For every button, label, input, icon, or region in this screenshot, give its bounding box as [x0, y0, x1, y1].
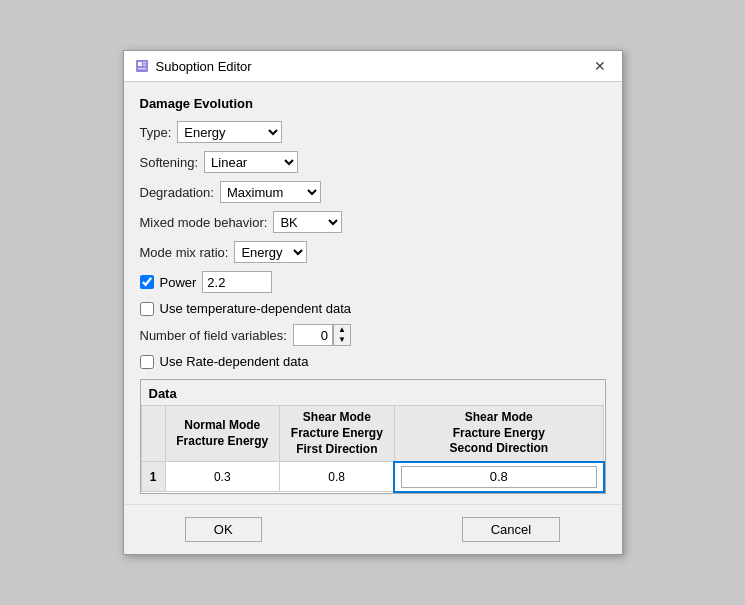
temp-dependent-row: Use temperature-dependent data	[140, 301, 606, 316]
svg-rect-4	[138, 68, 146, 69]
power-label[interactable]: Power	[160, 275, 197, 290]
dialog-title: Suboption Editor	[156, 59, 252, 74]
col2-cell[interactable]: 0.8	[280, 462, 395, 492]
mixed-mode-label: Mixed mode behavior:	[140, 215, 268, 230]
damage-evolution-title: Damage Evolution	[140, 96, 606, 111]
data-table: Normal ModeFracture Energy Shear ModeFra…	[141, 405, 605, 493]
temp-dependent-checkbox[interactable]	[140, 302, 154, 316]
power-checkbox[interactable]	[140, 275, 154, 289]
field-variables-spinner: ▲ ▼	[293, 324, 351, 346]
col3-input[interactable]	[401, 466, 596, 488]
data-section: Data Normal ModeFracture Energy Shear Mo…	[140, 379, 606, 494]
col3-cell[interactable]	[394, 462, 603, 492]
svg-rect-3	[143, 65, 146, 66]
power-row: Power	[140, 271, 606, 293]
col1-header: Normal ModeFracture Energy	[165, 406, 280, 462]
cancel-button[interactable]: Cancel	[462, 517, 560, 542]
col2-header: Shear ModeFracture EnergyFirst Direction	[280, 406, 395, 462]
mode-mix-label: Mode mix ratio:	[140, 245, 229, 260]
degradation-label: Degradation:	[140, 185, 214, 200]
mixed-mode-row: Mixed mode behavior: BK Reeder Tabular	[140, 211, 606, 233]
field-variables-row: Number of field variables: ▲ ▼	[140, 324, 606, 346]
spinner-up-button[interactable]: ▲	[334, 325, 350, 335]
col3-header: Shear ModeFracture EnergySecond Directio…	[394, 406, 603, 462]
temp-dependent-label[interactable]: Use temperature-dependent data	[160, 301, 352, 316]
table-row: 1 0.3 0.8	[141, 462, 604, 492]
spinner-buttons: ▲ ▼	[333, 324, 351, 346]
title-bar-left: Suboption Editor	[134, 58, 252, 74]
dialog-footer: OK Cancel	[124, 504, 622, 554]
mode-mix-select[interactable]: Energy Traction	[234, 241, 307, 263]
row-number: 1	[141, 462, 165, 492]
power-input[interactable]	[202, 271, 272, 293]
mode-mix-ratio-row: Mode mix ratio: Energy Traction	[140, 241, 606, 263]
degradation-select[interactable]: Maximum Multiplicative	[220, 181, 321, 203]
softening-label: Softening:	[140, 155, 199, 170]
data-section-title: Data	[141, 380, 605, 405]
dialog-icon	[134, 58, 150, 74]
type-label: Type:	[140, 125, 172, 140]
rate-dependent-checkbox[interactable]	[140, 355, 154, 369]
softening-row: Softening: Linear Exponential Tabular	[140, 151, 606, 173]
dialog-content: Damage Evolution Type: Energy Displaceme…	[124, 82, 622, 504]
svg-rect-0	[136, 60, 148, 72]
close-button[interactable]: ✕	[588, 57, 612, 75]
softening-select[interactable]: Linear Exponential Tabular	[204, 151, 298, 173]
row-num-header	[141, 406, 165, 462]
field-variables-label: Number of field variables:	[140, 328, 287, 343]
svg-rect-2	[143, 62, 146, 63]
suboption-editor-dialog: Suboption Editor ✕ Damage Evolution Type…	[123, 50, 623, 555]
type-select[interactable]: Energy Displacement	[177, 121, 282, 143]
ok-button[interactable]: OK	[185, 517, 262, 542]
table-header-row: Normal ModeFracture Energy Shear ModeFra…	[141, 406, 604, 462]
field-variables-input[interactable]	[293, 324, 333, 346]
col1-cell[interactable]: 0.3	[165, 462, 280, 492]
svg-rect-1	[138, 62, 142, 66]
title-bar: Suboption Editor ✕	[124, 51, 622, 82]
rate-dependent-row: Use Rate-dependent data	[140, 354, 606, 369]
mixed-mode-select[interactable]: BK Reeder Tabular	[273, 211, 342, 233]
spinner-down-button[interactable]: ▼	[334, 335, 350, 345]
type-row: Type: Energy Displacement	[140, 121, 606, 143]
rate-dependent-label[interactable]: Use Rate-dependent data	[160, 354, 309, 369]
degradation-row: Degradation: Maximum Multiplicative	[140, 181, 606, 203]
